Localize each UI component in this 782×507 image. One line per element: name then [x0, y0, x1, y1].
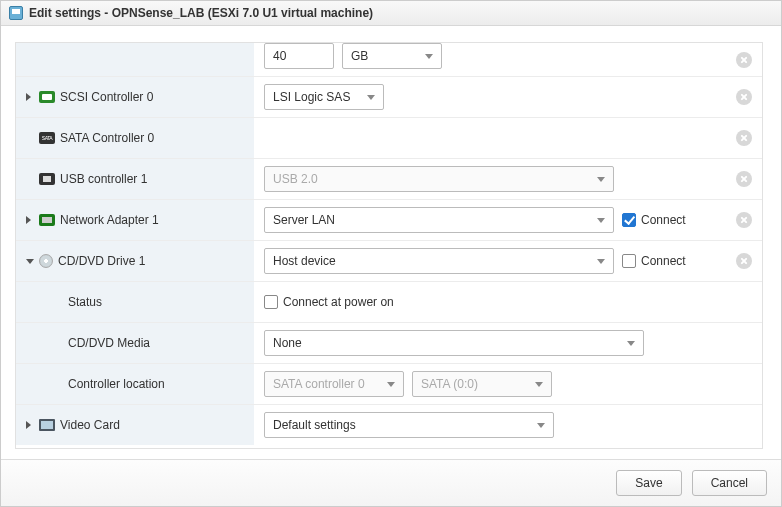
- cd-media-value-cell: None: [254, 323, 762, 363]
- cd-ctrl-slot-value: SATA (0:0): [421, 377, 478, 391]
- network-label: Network Adapter 1: [60, 213, 159, 227]
- row-usb: USB controller 1 USB 2.0: [16, 158, 762, 199]
- expand-caret-icon: [26, 421, 34, 429]
- video-label: Video Card: [60, 418, 120, 432]
- cd-icon: [39, 254, 53, 268]
- cd-ctrl-value-cell: SATA controller 0 SATA (0:0): [254, 364, 762, 404]
- cd-ctrl-bus-value: SATA controller 0: [273, 377, 365, 391]
- network-select[interactable]: Server LAN: [264, 207, 614, 233]
- scsi-type-select[interactable]: LSI Logic SAS: [264, 84, 384, 110]
- content-viewport: 40 GB SCSI Controller 0 LSI Logic SAS: [1, 26, 781, 459]
- scsi-label-cell[interactable]: SCSI Controller 0: [16, 77, 254, 117]
- remove-network-button[interactable]: [736, 212, 752, 228]
- network-label-cell[interactable]: Network Adapter 1: [16, 200, 254, 240]
- network-value-cell: Server LAN Connect: [254, 200, 762, 240]
- dialog-footer: Save Cancel: [1, 459, 781, 506]
- cd-connect-label: Connect: [641, 254, 686, 268]
- remove-usb-button[interactable]: [736, 171, 752, 187]
- usb-label-cell: USB controller 1: [16, 159, 254, 199]
- cd-poweron-label: Connect at power on: [283, 295, 394, 309]
- cd-ctrl-bus-select: SATA controller 0: [264, 371, 404, 397]
- row-cd-status: Status Connect at power on: [16, 281, 762, 322]
- checkbox-unchecked-icon: [622, 254, 636, 268]
- hard-disk-label-cell: [16, 43, 254, 76]
- remove-sata-button[interactable]: [736, 130, 752, 146]
- video-label-cell[interactable]: Video Card: [16, 405, 254, 445]
- row-cd-media: CD/DVD Media None: [16, 322, 762, 363]
- scsi-type-value: LSI Logic SAS: [273, 90, 350, 104]
- cd-media-value: None: [273, 336, 302, 350]
- usb-type-select: USB 2.0: [264, 166, 614, 192]
- remove-cd-button[interactable]: [736, 253, 752, 269]
- usb-value-cell: USB 2.0: [254, 159, 762, 199]
- network-connect-label: Connect: [641, 213, 686, 227]
- dialog-title: Edit settings - OPNSense_LAB (ESXi 7.0 U…: [29, 6, 373, 20]
- usb-type-value: USB 2.0: [273, 172, 318, 186]
- cd-status-label: Status: [68, 295, 102, 309]
- scsi-icon: [39, 91, 55, 103]
- cd-ctrl-label: Controller location: [68, 377, 165, 391]
- cddvd-label-cell[interactable]: CD/DVD Drive 1: [16, 241, 254, 281]
- cd-media-label-cell: CD/DVD Media: [16, 323, 254, 363]
- cddvd-label: CD/DVD Drive 1: [58, 254, 145, 268]
- row-network: Network Adapter 1 Server LAN Connect: [16, 199, 762, 240]
- checkbox-unchecked-icon: [264, 295, 278, 309]
- video-icon: [39, 419, 55, 431]
- sata-value-cell: [254, 131, 762, 145]
- sata-label: SATA Controller 0: [60, 131, 154, 145]
- row-video: Video Card Default settings: [16, 404, 762, 445]
- row-sata: SATA Controller 0: [16, 117, 762, 158]
- scsi-label: SCSI Controller 0: [60, 90, 153, 104]
- remove-disk-button[interactable]: [736, 52, 752, 68]
- row-scsi: SCSI Controller 0 LSI Logic SAS: [16, 76, 762, 117]
- cd-source-value: Host device: [273, 254, 336, 268]
- row-cd-ctrl: Controller location SATA controller 0 SA…: [16, 363, 762, 404]
- remove-scsi-button[interactable]: [736, 89, 752, 105]
- sata-label-cell: SATA Controller 0: [16, 118, 254, 158]
- network-connect-checkbox[interactable]: Connect: [622, 213, 686, 227]
- video-settings-select[interactable]: Default settings: [264, 412, 554, 438]
- network-icon: [39, 214, 55, 226]
- video-settings-value: Default settings: [273, 418, 356, 432]
- vm-icon: [9, 6, 23, 20]
- scsi-value-cell: LSI Logic SAS: [254, 77, 762, 117]
- cd-media-label: CD/DVD Media: [68, 336, 150, 350]
- disk-size-input[interactable]: 40: [264, 43, 334, 69]
- collapse-caret-icon: [26, 257, 34, 265]
- cd-poweron-checkbox[interactable]: Connect at power on: [264, 295, 394, 309]
- cd-source-select[interactable]: Host device: [264, 248, 614, 274]
- checkbox-checked-icon: [622, 213, 636, 227]
- row-hard-disk: 40 GB: [16, 43, 762, 76]
- title-bar: Edit settings - OPNSense_LAB (ESXi 7.0 U…: [1, 1, 781, 26]
- hard-disk-value-cell: 40 GB: [254, 43, 762, 76]
- cd-media-select[interactable]: None: [264, 330, 644, 356]
- sata-icon: [39, 132, 55, 144]
- cancel-button[interactable]: Cancel: [692, 470, 767, 496]
- save-button[interactable]: Save: [616, 470, 681, 496]
- hardware-panel[interactable]: 40 GB SCSI Controller 0 LSI Logic SAS: [15, 42, 763, 449]
- cd-status-label-cell: Status: [16, 282, 254, 322]
- row-cddvd: CD/DVD Drive 1 Host device Connect: [16, 240, 762, 281]
- cd-ctrl-slot-select: SATA (0:0): [412, 371, 552, 397]
- disk-unit-value: GB: [351, 49, 368, 63]
- usb-icon: [39, 173, 55, 185]
- network-value: Server LAN: [273, 213, 335, 227]
- cd-connect-checkbox[interactable]: Connect: [622, 254, 686, 268]
- cd-status-value-cell: Connect at power on: [254, 288, 762, 316]
- disk-unit-select[interactable]: GB: [342, 43, 442, 69]
- expand-caret-icon: [26, 93, 34, 101]
- usb-label: USB controller 1: [60, 172, 147, 186]
- edit-settings-dialog: Edit settings - OPNSense_LAB (ESXi 7.0 U…: [0, 0, 782, 507]
- expand-caret-icon: [26, 216, 34, 224]
- cddvd-value-cell: Host device Connect: [254, 241, 762, 281]
- video-value-cell: Default settings: [254, 405, 762, 445]
- cd-ctrl-label-cell: Controller location: [16, 364, 254, 404]
